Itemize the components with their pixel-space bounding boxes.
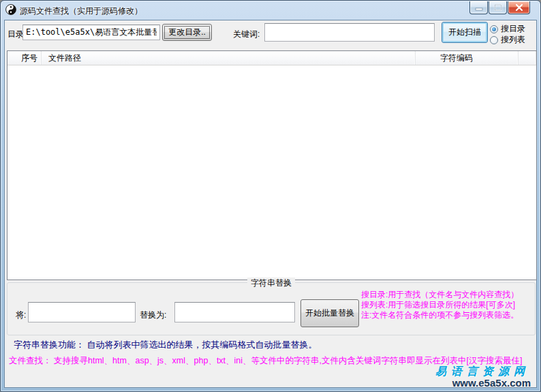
replace-to-label: 替换为: xyxy=(140,310,166,321)
maximize-icon xyxy=(494,4,502,11)
minimize-button[interactable] xyxy=(469,1,488,14)
radio-dot-checked-icon xyxy=(490,25,498,33)
search-help-text: 搜目录:用于查找（文件名与文件内容查找） 搜列表:用于筛选搜目录所得的结果[可多… xyxy=(361,290,535,320)
app-window: 源码文件查找（实用于源码修改） 目录: 更 xyxy=(0,0,541,392)
close-icon xyxy=(515,4,523,11)
replace-from-label: 将: xyxy=(16,310,26,321)
column-header-filler xyxy=(519,51,536,65)
caption-buttons xyxy=(469,1,530,14)
client-area: 目录: 更改目录.. 关键词: 开始扫描 搜目录 搜列表 序号 文件路径 字符编… xyxy=(4,20,537,388)
radio-dot-unchecked-icon xyxy=(490,36,498,44)
column-header-filepath[interactable]: 文件路径 xyxy=(42,51,416,65)
help-line-1: 搜目录:用于查找（文件名与文件内容查找） xyxy=(361,290,535,300)
results-list-body[interactable] xyxy=(7,66,536,280)
results-list-header: 序号 文件路径 字符编码 xyxy=(7,51,536,65)
help-line-3: 注:文件名符合条件的项不参与搜列表筛选。 xyxy=(361,310,535,320)
window-title: 源码文件查找（实用于源码修改） xyxy=(20,5,142,17)
radio-search-list[interactable]: 搜列表 xyxy=(490,34,525,46)
radio-search-list-label: 搜列表 xyxy=(501,34,525,46)
string-replace-groupbox: 字符串替换 将: 替换为: 开始批量替换 搜目录:用于查找（文件名与文件内容查找… xyxy=(7,282,536,335)
keyword-input[interactable] xyxy=(264,23,435,42)
groupbox-title: 字符串替换 xyxy=(247,277,295,289)
replace-to-input[interactable] xyxy=(174,302,295,322)
replace-feature-note: 字符串替换功能： 自动将列表中筛选出的结果，按其编码格式自动批量替换。 xyxy=(14,339,318,351)
start-scan-button[interactable]: 开始扫描 xyxy=(442,22,488,43)
keyword-label: 关键词: xyxy=(233,29,260,40)
close-button[interactable] xyxy=(508,1,530,14)
minimize-icon xyxy=(475,4,483,11)
yin-yang-icon xyxy=(5,4,16,15)
column-header-encoding[interactable]: 字符编码 xyxy=(416,51,519,65)
start-batch-replace-button[interactable]: 开始批量替换 xyxy=(300,299,359,327)
radio-search-directory[interactable]: 搜目录 xyxy=(490,23,525,35)
help-line-2: 搜列表:用于筛选搜目录所得的结果[可多次] xyxy=(361,300,535,310)
results-list[interactable]: 序号 文件路径 字符编码 xyxy=(7,50,537,280)
watermark-site-url: www.e5a5x.com xyxy=(452,377,531,389)
change-dir-button[interactable]: 更改目录.. xyxy=(162,24,212,41)
titlebar[interactable]: 源码文件查找（实用于源码修改） xyxy=(1,1,540,20)
radio-search-directory-label: 搜目录 xyxy=(501,23,525,35)
replace-from-input[interactable] xyxy=(28,302,136,322)
dir-input[interactable] xyxy=(22,25,160,40)
maximize-button[interactable] xyxy=(489,1,507,14)
column-header-index[interactable]: 序号 xyxy=(7,51,42,65)
